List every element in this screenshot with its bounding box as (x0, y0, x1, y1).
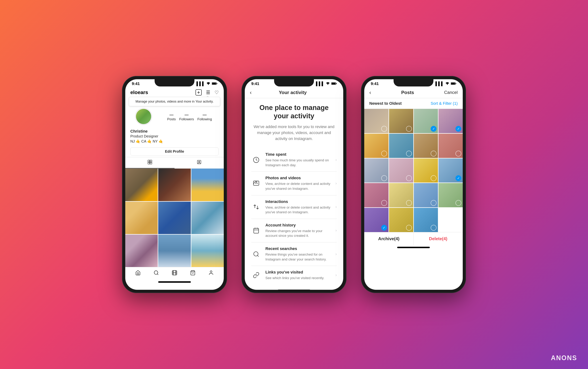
profile-info: Christine Product Designer NJ 🤙 CA 🤙 NY … (125, 128, 224, 146)
check-15 (431, 200, 436, 206)
photo-cell-8[interactable] (158, 235, 191, 267)
photo-cell-6[interactable] (191, 202, 224, 234)
svg-point-13 (210, 271, 212, 273)
search-icon[interactable] (154, 270, 159, 276)
post-cell-19[interactable] (414, 208, 438, 232)
menu-icon[interactable]: ☰ (206, 90, 210, 95)
heart-icon[interactable]: ♡ (215, 90, 219, 95)
post-cell-5[interactable] (364, 134, 388, 158)
check-7 (431, 151, 436, 156)
check-1 (381, 126, 387, 132)
activity-content: One place to manage your activity We've … (245, 98, 343, 288)
signal-icon-2: ▌▌▌ (316, 82, 325, 86)
followers-stat: — Followers (179, 113, 194, 121)
activity-item-searches[interactable]: Recent searches Review things you've sea… (251, 242, 337, 266)
check-19 (431, 225, 436, 231)
post-cell-17[interactable]: ✓ (364, 208, 388, 232)
archive-button[interactable]: Archive(4) (364, 232, 414, 245)
following-stat: — Following (197, 113, 212, 121)
activity-hero-subtitle: We've added more tools for you to review… (251, 124, 337, 142)
photo-cell-7[interactable] (125, 235, 158, 267)
post-cell-3[interactable]: ✓ (414, 109, 438, 133)
wifi-icon-3 (445, 82, 449, 86)
tab-grid[interactable] (125, 157, 175, 168)
battery-icon-3 (451, 82, 456, 86)
bottom-nav (125, 267, 224, 280)
check-18 (406, 225, 412, 231)
post-cell-15[interactable] (414, 183, 438, 207)
post-cell-4[interactable]: ✓ (439, 109, 463, 133)
post-cell-9[interactable] (364, 158, 388, 183)
watermark: ANONS (551, 354, 577, 362)
back-button-2[interactable]: ‹ (250, 89, 252, 95)
check-11 (431, 175, 436, 181)
post-cell-2[interactable] (389, 109, 413, 133)
shop-icon[interactable] (190, 270, 196, 276)
post-cell-14[interactable] (389, 183, 413, 207)
posts-label: Posts (167, 117, 176, 121)
followers-count: — (179, 113, 194, 117)
interactions-icon (251, 202, 261, 212)
svg-rect-7 (150, 162, 152, 164)
post-cell-1[interactable] (364, 109, 388, 133)
photo-cell-2[interactable] (158, 169, 191, 201)
check-13 (381, 200, 387, 206)
post-cell-7[interactable] (414, 134, 438, 158)
time-2: 9:41 (251, 82, 259, 86)
post-cell-13[interactable] (364, 183, 388, 207)
tab-tagged[interactable] (175, 157, 224, 168)
edit-profile-button[interactable]: Edit Profile (130, 147, 219, 155)
searches-title: Recent searches (265, 246, 331, 251)
svg-point-21 (254, 252, 258, 256)
posts-screen: ‹ Posts Cancel Newest to Oldest Sort & F… (364, 88, 463, 249)
back-button-3[interactable]: ‹ (369, 89, 371, 95)
activity-hero-title: One place to manage your activity (251, 104, 337, 120)
links-desc: See which links you've visited recently. (265, 276, 331, 281)
activity-item-photos[interactable]: Photos and videos View, archive or delet… (251, 172, 337, 195)
photos-desc: View, archive or delete content and acti… (265, 181, 331, 191)
status-icons-3: ▌▌▌ (435, 82, 456, 86)
svg-point-14 (327, 84, 328, 85)
sort-filter-button[interactable]: Sort & Filter (1) (431, 101, 458, 106)
username: eloears (130, 90, 148, 95)
photo-cell-9[interactable] (191, 235, 224, 267)
reels-icon[interactable] (172, 270, 177, 276)
photo-cell-4[interactable] (125, 202, 158, 234)
signal-icon-1: ▌▌▌ (196, 82, 205, 86)
profile-icon[interactable] (208, 270, 214, 276)
photos-title: Photos and videos (265, 176, 331, 180)
delete-button[interactable]: Delete(4) (414, 232, 463, 245)
post-cell-6[interactable] (389, 134, 413, 158)
svg-rect-24 (456, 83, 456, 84)
post-cell-8[interactable] (439, 134, 463, 158)
searches-icon (251, 249, 261, 259)
post-cell-12[interactable]: ✓ (439, 158, 463, 183)
post-cell-10[interactable] (389, 158, 413, 183)
svg-rect-4 (148, 160, 150, 162)
activity-nav-title: Your activity (279, 90, 307, 95)
check-8 (455, 151, 461, 156)
post-cell-16[interactable] (439, 183, 463, 207)
activity-item-interactions[interactable]: Interactions View, archive or delete con… (251, 195, 337, 219)
interactions-desc: View, archive or delete content and acti… (265, 205, 331, 215)
home-indicator-1 (158, 281, 191, 283)
photo-cell-1[interactable] (125, 169, 158, 201)
check-3: ✓ (431, 126, 436, 132)
phone-2: 9:41 ▌▌▌ ‹ Your activity (242, 76, 346, 293)
add-icon[interactable]: + (196, 89, 202, 95)
history-desc: Review changes you've made to your accou… (265, 229, 331, 238)
battery-icon-2 (331, 82, 337, 86)
post-cell-11[interactable] (414, 158, 438, 183)
activity-item-links[interactable]: Links you've visited See which links you… (251, 266, 337, 285)
photo-cell-5[interactable] (158, 202, 191, 234)
activity-item-history[interactable]: Account history Review changes you've ma… (251, 219, 337, 242)
activity-item-time[interactable]: Time spent See how much time you usually… (251, 148, 337, 172)
photo-grid (125, 169, 224, 267)
interactions-title: Interactions (265, 199, 331, 204)
photo-cell-3[interactable] (191, 169, 224, 201)
chevron-photos: › (336, 181, 337, 186)
cancel-button[interactable]: Cancel (444, 90, 458, 95)
home-icon[interactable] (135, 270, 141, 276)
svg-rect-5 (150, 160, 152, 162)
post-cell-18[interactable] (389, 208, 413, 232)
